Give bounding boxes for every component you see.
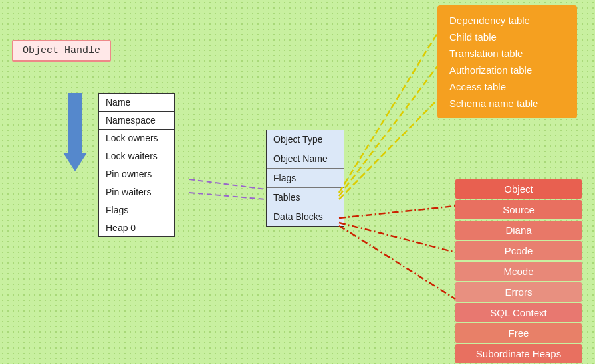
blue-arrow [63, 93, 87, 171]
main-table-row: Namespace [99, 112, 174, 130]
object-type-row: Tables [267, 188, 344, 207]
object-type-row: Flags [267, 169, 344, 188]
svg-line-1 [189, 193, 266, 199]
svg-line-3 [339, 66, 437, 196]
object-type-row: Data Blocks [267, 207, 344, 226]
main-table-row: Pin owners [99, 165, 174, 183]
red-box-row: Object [455, 179, 582, 199]
red-box-row: Subordinate Heaps [455, 344, 582, 363]
red-box-row: Source [455, 200, 582, 219]
arrow-body [68, 93, 82, 153]
main-table-row: Name [99, 94, 174, 112]
svg-line-4 [339, 100, 437, 199]
svg-line-0 [189, 179, 266, 189]
red-box-row: Errors [455, 282, 582, 302]
orange-box-row: Access table [449, 78, 565, 95]
svg-line-2 [339, 33, 437, 193]
orange-box-row: Schema name table [449, 95, 565, 112]
main-table: NameNamespaceLock ownersLock waitersPin … [98, 93, 175, 237]
orange-box-row: Dependency table [449, 12, 565, 29]
main-table-row: Lock waiters [99, 147, 174, 165]
main-table-row: Pin waiters [99, 183, 174, 201]
object-type-table: Object TypeObject NameFlagsTablesData Bl… [266, 130, 344, 227]
orange-box-row: Child table [449, 29, 565, 45]
object-handle-text: Object Handle [23, 45, 100, 56]
main-table-row: Flags [99, 201, 174, 219]
red-box-row: SQL Context [455, 303, 582, 322]
object-type-row: Object Type [267, 130, 344, 149]
arrow-head [63, 153, 87, 171]
red-box-row: Pcode [455, 241, 582, 260]
red-box: ObjectSourceDianaPcodeMcodeErrorsSQL Con… [455, 179, 582, 364]
main-table-row: Lock owners [99, 130, 174, 147]
orange-box-row: Authorization table [449, 62, 565, 78]
main-table-row: Heap 0 [99, 219, 174, 236]
svg-line-5 [339, 206, 455, 218]
red-box-row: Diana [455, 221, 582, 240]
object-handle-label: Object Handle [12, 40, 111, 62]
red-box-row: Mcode [455, 262, 582, 281]
object-type-row: Object Name [267, 149, 344, 169]
orange-box: Dependency tableChild tableTranslation t… [437, 5, 577, 118]
svg-line-7 [339, 226, 455, 299]
svg-line-6 [339, 223, 455, 252]
red-box-row: Free [455, 323, 582, 343]
orange-box-row: Translation table [449, 45, 565, 62]
